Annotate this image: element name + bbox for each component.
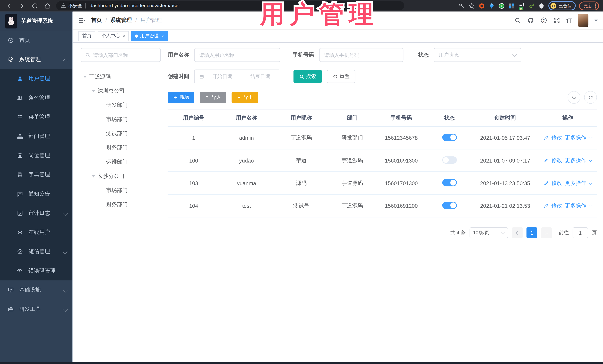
close-icon[interactable]: × — [123, 33, 125, 38]
sidebar-item-online-users[interactable]: 在线用户 — [0, 223, 73, 242]
cell-mobile: 15601701300 — [375, 180, 427, 186]
import-button[interactable]: 导入 — [200, 92, 226, 103]
sidebar-item-infrastructure[interactable]: 基础设施 — [0, 280, 73, 300]
back-icon[interactable] — [6, 2, 13, 9]
extension-grid-icon[interactable] — [508, 2, 515, 9]
more-actions-link[interactable]: 更多操作 — [565, 134, 587, 141]
tree-node[interactable]: 市场部门 — [81, 115, 161, 124]
breadcrumb-system[interactable]: 系统管理 — [110, 17, 132, 24]
extension-onetab-icon[interactable]: on — [518, 2, 525, 9]
sidebar-item-post-management[interactable]: 岗位管理 — [0, 146, 73, 165]
sidebar-item-dev-tools[interactable]: 研发工具 — [0, 300, 73, 319]
breadcrumb-home[interactable]: 首页 — [91, 17, 102, 24]
mobile-input[interactable] — [324, 52, 398, 58]
avatar-caret-icon[interactable] — [594, 20, 598, 23]
tree-node[interactable]: 研发部门 — [81, 100, 161, 110]
font-size-icon[interactable]: tT — [567, 17, 572, 23]
home-icon[interactable] — [44, 2, 51, 9]
more-actions-link[interactable]: 更多操作 — [565, 157, 587, 164]
sidebar-collapse-icon[interactable] — [79, 17, 86, 24]
url-text[interactable]: dashboard.yudao.iocoder.cn/system/user — [90, 3, 180, 9]
sidebar-item-dept-management[interactable]: 部门管理 — [0, 127, 73, 146]
status-toggle[interactable] — [442, 179, 457, 186]
add-button[interactable]: 新增 — [168, 92, 194, 103]
browser-profile-button[interactable]: 已暂停 — [548, 1, 576, 10]
sidebar-item-home[interactable]: 首页 — [0, 31, 73, 50]
next-page-button[interactable] — [541, 227, 552, 238]
extension-y-icon[interactable]: Y — [498, 2, 505, 9]
browser-menu-icon[interactable] — [595, 3, 596, 8]
password-key-icon[interactable] — [458, 2, 465, 9]
status-toggle[interactable] — [442, 156, 457, 164]
page-number-button[interactable]: 1 — [527, 227, 537, 238]
edit-link[interactable]: 修改 — [551, 202, 562, 209]
sidebar-item-system[interactable]: 系统管理 — [0, 50, 73, 69]
toggle-search-button[interactable] — [568, 91, 580, 104]
reset-button[interactable]: 重置 — [327, 70, 355, 83]
reset-button-label: 重置 — [339, 73, 349, 80]
extensions-puzzle-icon[interactable] — [538, 2, 545, 9]
date-start-placeholder[interactable]: 开始日期 — [207, 73, 237, 80]
sidebar-item-menu-management[interactable]: 菜单管理 — [0, 108, 73, 127]
tree-node[interactable]: 长沙分公司 — [81, 171, 161, 181]
prev-page-button[interactable] — [512, 227, 523, 238]
date-end-placeholder[interactable]: 结束日期 — [245, 73, 275, 80]
help-icon[interactable]: ? — [540, 17, 547, 24]
tree-node[interactable]: 财务部门 — [81, 143, 161, 153]
not-secure-label[interactable]: 不安全 — [69, 2, 82, 9]
extension-green-key-icon[interactable] — [528, 2, 535, 9]
dept-search-input[interactable] — [93, 52, 157, 58]
github-icon[interactable] — [527, 17, 534, 24]
tab-home[interactable]: 首页 — [79, 31, 95, 41]
sidebar-item-label: 部门管理 — [28, 133, 50, 140]
extension-gem-icon[interactable] — [488, 2, 495, 9]
date-separator: - — [241, 74, 242, 79]
bookmark-star-icon[interactable] — [468, 2, 475, 9]
export-button[interactable]: 导出 — [232, 92, 258, 103]
tree-caret-icon[interactable] — [92, 90, 95, 94]
sidebar-item-error-code[interactable]: </> 错误码管理 — [0, 261, 73, 280]
status-toggle[interactable] — [442, 133, 457, 141]
app-logo-row[interactable]: 芋道管理系统 — [0, 11, 73, 31]
date-range-picker[interactable]: 开始日期 - 结束日期 — [194, 69, 280, 83]
browser-update-button[interactable]: 更新 — [579, 1, 599, 10]
user-avatar[interactable] — [578, 14, 588, 27]
tree-node[interactable]: 运维部门 — [81, 157, 161, 167]
status-toggle[interactable] — [442, 201, 457, 209]
sidebar-item-role-management[interactable]: 角色管理 — [0, 88, 73, 108]
page-size-select[interactable]: 10条/页 — [470, 227, 508, 238]
status-select[interactable]: 用户状态 — [434, 48, 521, 62]
search-icon[interactable] — [514, 17, 521, 24]
edit-link[interactable]: 修改 — [551, 180, 562, 187]
goto-page-input[interactable] — [573, 227, 588, 238]
extension-ubuntu-icon[interactable] — [478, 2, 485, 9]
tree-node[interactable]: 市场部门 — [81, 186, 161, 196]
edit-link[interactable]: 修改 — [551, 134, 562, 141]
fullscreen-icon[interactable] — [553, 17, 560, 24]
reload-icon[interactable] — [32, 2, 38, 9]
column-header: 手机号码 — [375, 114, 427, 121]
refresh-table-button[interactable] — [584, 91, 597, 104]
tree-node[interactable]: 财务部门 — [81, 200, 161, 210]
search-button[interactable]: 搜索 — [293, 70, 322, 83]
tab-user-management[interactable]: 用户管理 × — [131, 31, 168, 41]
tree-node[interactable]: 测试部门 — [81, 129, 161, 139]
more-actions-link[interactable]: 更多操作 — [565, 202, 587, 209]
sidebar-item-user-management[interactable]: 用户管理 — [0, 69, 73, 88]
edit-link[interactable]: 修改 — [551, 157, 562, 164]
sidebar-item-audit-log[interactable]: 审计日志 — [0, 204, 73, 223]
forward-icon[interactable] — [19, 2, 25, 9]
tree-node[interactable]: 芋道源码 — [81, 72, 161, 82]
username-input[interactable] — [199, 52, 275, 58]
sidebar-item-notice[interactable]: 通知公告 — [0, 184, 73, 204]
tree-node[interactable]: 深圳总公司 — [81, 86, 161, 96]
sidebar-item-sms-management[interactable]: 短信管理 — [0, 242, 73, 261]
tree-caret-icon[interactable] — [83, 76, 87, 80]
tree-caret-icon[interactable] — [92, 175, 95, 179]
sidebar-item-dict-management[interactable]: 字典管理 — [0, 165, 73, 184]
update-label: 更新 — [584, 3, 593, 9]
edit-pencil-icon — [544, 135, 549, 140]
tab-profile[interactable]: 个人中心 × — [98, 31, 129, 41]
more-actions-link[interactable]: 更多操作 — [565, 180, 587, 187]
close-icon[interactable]: × — [161, 33, 164, 38]
